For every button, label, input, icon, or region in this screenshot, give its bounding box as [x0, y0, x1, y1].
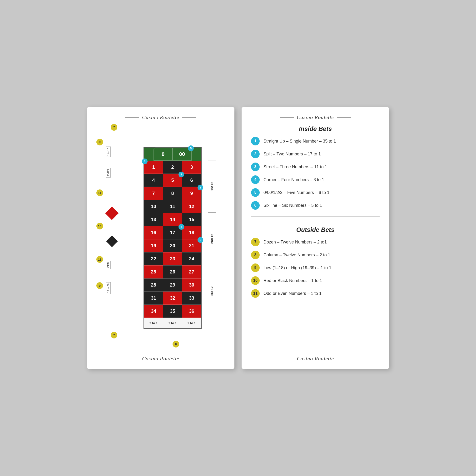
- label-19to36: 19 to 36: [106, 282, 111, 294]
- label-odd: ODD: [106, 261, 111, 269]
- badge-3: 3: [198, 185, 203, 190]
- black-diamond-area: [108, 237, 116, 245]
- cell-13: 13: [144, 213, 163, 226]
- cell-28: 28: [144, 278, 163, 291]
- cell-9: 9 3: [182, 187, 201, 200]
- inside-bet-text-6: Six line – Six Numbers – 5 to 1: [263, 203, 322, 208]
- cell-27: 27: [182, 265, 201, 278]
- page-container: Casino Roulette 7 9 1 to 18: [87, 107, 389, 369]
- cell-19: 19: [144, 239, 163, 252]
- outside-bet-9: 9 Low (1–18) or High (19–39) – 1 to 1: [251, 263, 380, 272]
- right-card: Casino Roulette Inside Bets 1 Straight U…: [241, 107, 389, 369]
- cell-4: 4: [144, 174, 163, 187]
- outside-bets-list: 7 Dozen – Twelve Numbers – 2 to1 8 Colum…: [251, 238, 380, 302]
- inside-bet-badge-6: 6: [251, 201, 260, 210]
- inside-bet-4: 4 Corner – Four Numbers – 8 to 1: [251, 175, 380, 184]
- red-diamond: [105, 206, 119, 220]
- black-diamond: [106, 235, 118, 247]
- dozen-3rd-area: 3rd 12: [208, 265, 216, 317]
- dozen-1st-label: 1st 12: [208, 160, 216, 213]
- cell-6: 6: [182, 174, 201, 187]
- outside-bet-badge-10: 10: [251, 276, 260, 285]
- inside-bet-badge-5: 5: [251, 188, 260, 197]
- outside-bet-text-8: Column – Twelve Numbers – 2 to 1: [263, 253, 330, 257]
- left-card: Casino Roulette 7 9 1 to 18: [87, 107, 235, 369]
- badge-9-bottom: 9: [96, 282, 103, 289]
- cell-36: 36: [182, 305, 201, 318]
- inside-bet-text-5: 0/00/1/2/3 – Five Numbers – 6 to 1: [263, 190, 329, 195]
- bottom-bet-2: 2 to 1: [163, 318, 182, 328]
- cell-17: 17 4: [163, 226, 182, 239]
- inside-bets-list: 1 Straight Up – Single Number – 35 to 1 …: [251, 137, 380, 214]
- inside-bet-3: 3 Street – Three Numbers – 11 to 1: [251, 163, 380, 171]
- left-card-title: Casino Roulette: [125, 114, 196, 120]
- zero-row: 0 00 5: [144, 148, 201, 161]
- outside-bet-badge-8: 8: [251, 251, 260, 259]
- badge-7-top: 7: [111, 124, 117, 131]
- outside-bet-text-10: Red or Black Numbers – 1 to 1: [263, 278, 322, 283]
- cell-8: 8: [163, 187, 182, 200]
- number-row-11: 31 32 33: [144, 291, 201, 305]
- cell-7: 7: [144, 187, 163, 200]
- outside-bet-text-11: Odd or Even Numbers – 1 to 1: [263, 291, 322, 296]
- inside-bet-6: 6 Six line – Six Numbers – 5 to 1: [251, 201, 380, 210]
- number-row-8: 22 23 24: [144, 252, 201, 265]
- cell-11: 11: [163, 200, 182, 213]
- number-row-6: 16 17 4 18: [144, 226, 201, 239]
- right-card-title: Casino Roulette: [280, 114, 351, 120]
- number-row-2: 4 5 2 6: [144, 174, 201, 187]
- divider: [251, 216, 380, 217]
- cell-22: 22: [144, 252, 163, 265]
- cell-29: 29: [163, 278, 182, 291]
- label-even: EVEN: [106, 168, 111, 178]
- cell-35: 35: [163, 305, 182, 318]
- badge-11-bottom: 11: [96, 256, 103, 263]
- badge-2: 2: [178, 171, 184, 177]
- label-1to18: 1 to 18: [106, 147, 111, 157]
- dozen-2nd-label: 2nd 12: [208, 213, 216, 265]
- badge-1: 1: [142, 158, 148, 164]
- outside-bet-badge-7: 7: [251, 238, 260, 246]
- dozen-3rd-label: 3rd 12: [208, 265, 216, 317]
- bottom-bet-3: 2 to 1: [182, 318, 201, 328]
- cell-15: 15: [182, 213, 201, 226]
- inside-bet-badge-1: 1: [251, 137, 260, 145]
- number-row-5: 13 14 15: [144, 213, 201, 226]
- badge-7-top-area: 7: [111, 127, 120, 127]
- dozen-2nd-area: 2nd 12: [208, 213, 216, 265]
- inside-bet-text-2: Split – Two Numbers – 17 to 1: [263, 152, 321, 157]
- badge-9-top-area: 9: [96, 142, 104, 142]
- zero-cell: 0: [153, 148, 172, 161]
- badge-7-bottom: 7: [111, 332, 117, 339]
- cell-18: 18: [182, 226, 201, 239]
- badge-5: 5: [188, 145, 194, 151]
- number-row-10: 28 29 30: [144, 278, 201, 291]
- inside-bet-badge-3: 3: [251, 163, 260, 171]
- cell-31: 31: [144, 291, 163, 305]
- cell-32: 32: [163, 291, 182, 305]
- outside-bets-title: Outside Bets: [296, 226, 334, 234]
- outside-bet-11: 11 Odd or Even Numbers – 1 to 1: [251, 289, 380, 298]
- dozen-1st-area: 1st 12: [208, 160, 216, 213]
- cell-33: 33: [182, 291, 201, 305]
- outside-bet-badge-11: 11: [251, 289, 260, 298]
- left-card-title-bottom: Casino Roulette: [125, 356, 196, 362]
- cell-12: 12: [182, 200, 201, 213]
- cell-3: 3: [182, 161, 201, 174]
- cell-14: 14: [163, 213, 182, 226]
- inside-bets-title: Inside Bets: [299, 125, 332, 133]
- inside-bet-text-4: Corner – Four Numbers – 8 to 1: [263, 177, 324, 182]
- inside-bet-2: 2 Split – Two Numbers – 17 to 1: [251, 150, 380, 158]
- number-row-1: 1 1 2 3: [144, 161, 201, 174]
- cell-34: 34: [144, 305, 163, 318]
- cell-25: 25: [144, 265, 163, 278]
- board-wrapper: 1st 12 2nd 12 3rd 12 8 0: [143, 147, 202, 329]
- cell-21: 21 6: [182, 239, 201, 252]
- cell-5: 5 2: [163, 174, 182, 187]
- cell-20: 20: [163, 239, 182, 252]
- double-zero-cell: 00 5: [172, 148, 192, 161]
- inside-bet-text-1: Straight Up – Single Number – 35 to 1: [263, 139, 336, 144]
- cell-16: 16: [144, 226, 163, 239]
- cell-10: 10: [144, 200, 163, 213]
- number-row-7: 19 20 21 6: [144, 239, 201, 252]
